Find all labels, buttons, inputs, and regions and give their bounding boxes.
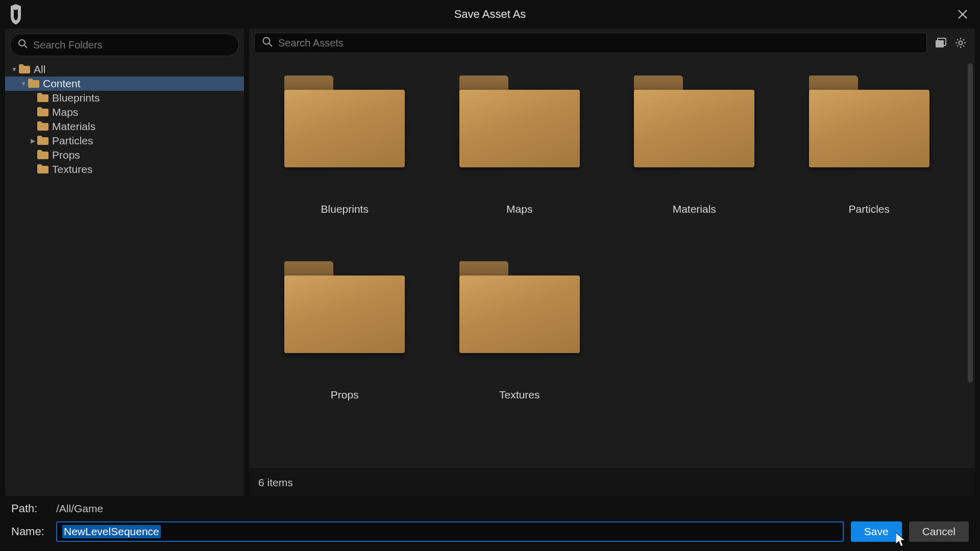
folder-icon xyxy=(284,261,405,353)
svg-point-1 xyxy=(263,38,270,44)
folder-icon xyxy=(18,64,31,75)
item-count: 6 items xyxy=(258,477,293,489)
svg-rect-2 xyxy=(936,40,944,47)
asset-grid-area: Blueprints Maps Materials Particles Prop… xyxy=(249,57,975,468)
folder-icon xyxy=(634,76,754,167)
tree-item-label: All xyxy=(34,62,45,77)
tree-item-particles[interactable]: ▶ Particles xyxy=(5,134,244,148)
path-label: Path: xyxy=(11,502,49,515)
scrollbar[interactable] xyxy=(968,63,973,462)
close-button[interactable] xyxy=(952,4,973,24)
folder-icon xyxy=(28,78,40,89)
tree-item-textures[interactable]: Textures xyxy=(5,162,244,177)
folder-icon xyxy=(37,121,49,132)
app-logo-icon xyxy=(7,4,24,24)
folder-item-textures[interactable]: Textures xyxy=(437,261,602,401)
search-icon xyxy=(18,39,28,51)
chevron-right-icon: ▶ xyxy=(29,134,37,148)
tree-item-label: Maps xyxy=(52,105,78,119)
path-row: Path: /All/Game xyxy=(11,502,969,515)
folder-icon xyxy=(284,76,405,167)
folder-item-props[interactable]: Props xyxy=(262,261,427,401)
folder-icon xyxy=(37,92,49,104)
folder-icon xyxy=(37,164,49,175)
asset-grid: Blueprints Maps Materials Particles Prop… xyxy=(262,76,962,401)
cancel-button[interactable]: Cancel xyxy=(909,521,969,542)
folder-item-label: Particles xyxy=(848,203,890,215)
tree-item-props[interactable]: Props xyxy=(5,148,244,162)
folder-item-maps[interactable]: Maps xyxy=(437,76,602,215)
tree-item-content[interactable]: ▼ Content xyxy=(5,77,244,91)
folder-icon xyxy=(809,76,929,167)
tree-item-materials[interactable]: Materials xyxy=(5,119,244,134)
asset-search-input[interactable] xyxy=(278,37,919,49)
folder-item-particles[interactable]: Particles xyxy=(787,76,952,215)
svg-point-0 xyxy=(19,40,25,46)
tree-item-label: Materials xyxy=(52,119,95,134)
name-input[interactable]: NewLevelSequence xyxy=(56,521,844,542)
asset-panel: Blueprints Maps Materials Particles Prop… xyxy=(249,29,975,496)
folder-icon xyxy=(37,149,49,161)
tree-item-label: Particles xyxy=(52,134,93,148)
folder-search-input[interactable] xyxy=(33,39,231,51)
name-input-value: NewLevelSequence xyxy=(62,525,161,538)
name-row: Name: NewLevelSequence Save Cancel xyxy=(11,521,969,542)
folder-item-materials[interactable]: Materials xyxy=(612,76,777,215)
main-split: ▼ All ▼ Content Blueprints Maps Material… xyxy=(0,29,980,496)
tree-item-label: Content xyxy=(43,77,81,91)
tree-item-blueprints[interactable]: Blueprints xyxy=(5,91,244,105)
dialog-title: Save Asset As xyxy=(454,8,526,21)
folder-item-label: Textures xyxy=(499,389,540,401)
chevron-down-icon: ▼ xyxy=(19,77,28,91)
folder-item-blueprints[interactable]: Blueprints xyxy=(262,76,427,215)
folder-search-box[interactable] xyxy=(10,34,239,56)
svg-point-4 xyxy=(959,41,963,45)
dialog-footer: Path: /All/Game Name: NewLevelSequence S… xyxy=(0,496,980,551)
tree-item-maps[interactable]: Maps xyxy=(5,105,244,119)
tree-item-label: Blueprints xyxy=(52,91,100,105)
title-bar: Save Asset As xyxy=(0,0,980,29)
name-label: Name: xyxy=(11,525,49,538)
folder-item-label: Maps xyxy=(506,203,532,215)
folder-item-label: Materials xyxy=(673,203,716,215)
folder-icon xyxy=(459,261,580,353)
tree-item-all[interactable]: ▼ All xyxy=(5,62,244,77)
path-value: /All/Game xyxy=(56,503,103,515)
save-all-icon[interactable] xyxy=(934,36,948,50)
asset-status-bar: 6 items xyxy=(249,468,975,496)
tree-item-label: Textures xyxy=(52,162,92,177)
settings-icon[interactable] xyxy=(953,36,968,50)
folder-sidebar: ▼ All ▼ Content Blueprints Maps Material… xyxy=(5,29,244,496)
folder-icon xyxy=(459,76,580,167)
asset-search-box[interactable] xyxy=(254,33,927,53)
search-icon xyxy=(262,36,273,49)
save-button[interactable]: Save xyxy=(851,521,902,542)
asset-toolbar xyxy=(249,29,975,57)
tree-item-label: Props xyxy=(52,148,80,162)
folder-tree: ▼ All ▼ Content Blueprints Maps Material… xyxy=(5,62,244,177)
chevron-down-icon: ▼ xyxy=(10,62,18,77)
folder-item-label: Blueprints xyxy=(321,203,369,215)
folder-icon xyxy=(37,107,49,118)
folder-item-label: Props xyxy=(331,389,359,401)
scrollbar-thumb[interactable] xyxy=(968,63,973,383)
folder-icon xyxy=(37,135,49,146)
